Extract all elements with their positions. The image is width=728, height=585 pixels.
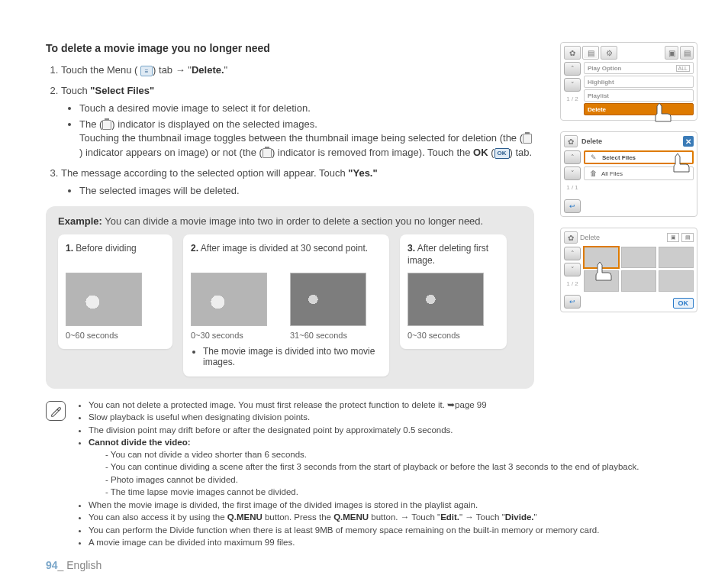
thumb-flower-2 — [191, 273, 267, 326]
menu-item-playlist[interactable]: Playlist — [584, 89, 694, 102]
thumb-cell-1[interactable] — [584, 247, 619, 268]
step-1-text-b: ) tab → " — [153, 64, 192, 76]
c2-num: 2. — [191, 243, 198, 254]
thumb-cell-4[interactable] — [584, 270, 619, 292]
page-footer: 94_ English — [46, 559, 101, 571]
step-1-text-a: Touch the Menu ( — [61, 64, 137, 76]
return-icon[interactable]: ↩ — [564, 295, 581, 309]
lcd2-sel-label: Select Files — [602, 154, 636, 161]
trash-icon — [102, 120, 111, 130]
step-2-text-a: Touch — [61, 85, 90, 96]
step-1: Touch the Menu ( ≡) tab → "Delete." — [61, 63, 534, 78]
lcd3-photo-icon[interactable]: ▤ — [681, 233, 694, 242]
lcd1-pages: 1 / 2 — [564, 95, 581, 102]
example-card-2: 2. After image is divided at 30 second p… — [183, 234, 389, 377]
example-card-3: 3. After deleting first image. 0~30 seco… — [400, 234, 507, 349]
lcd3-video-icon[interactable]: ▣ — [667, 233, 679, 242]
nav-up-icon[interactable]: ˄ — [564, 150, 581, 164]
t: ( — [488, 147, 494, 158]
t: The ( — [79, 118, 102, 130]
c2-cap: After image is divided at 30 second poin… — [201, 243, 368, 254]
ok-bold: OK — [473, 147, 488, 158]
note-1: You can not delete a protected image. Yo… — [89, 399, 639, 412]
c3-cap: After deleting first image. — [407, 243, 488, 266]
menu-item-highlight[interactable]: Highlight — [584, 76, 694, 88]
lcd-delete-panel: ✿ Delete ✕ ˄ ˅ 1 / 1 ↩ ✎ Select Files 🗑 … — [560, 131, 697, 217]
note-8: A movie image can be divided into maximu… — [89, 537, 639, 549]
lcd-thumb-panel: ✿ Delete ▣ ▤ ˄ ˅ 1 / 2 ↩ OK — [560, 228, 697, 312]
lcd-tab-tools-icon[interactable]: ✿ — [564, 46, 581, 60]
lcd2-tools-icon[interactable]: ✿ — [564, 135, 578, 147]
note-6: You can also access it by using the Q.ME… — [89, 512, 639, 524]
note-4d4: The time lapse movie images cannot be di… — [105, 486, 639, 499]
steps-list: Touch the Menu ( ≡) tab → "Delete." Touc… — [46, 63, 534, 199]
select-files-icon: ✎ — [589, 153, 598, 162]
note-4d1: You can not divide a video shorter than … — [105, 449, 639, 461]
lcd-tab-list-icon[interactable]: ▤ — [582, 46, 599, 60]
close-icon[interactable]: ✕ — [683, 136, 694, 147]
option-select-files[interactable]: ✎ Select Files — [584, 150, 694, 164]
lcd-tab-photo-icon[interactable]: ▤ — [680, 46, 694, 60]
t: ) indicator appears on image) or not (th… — [79, 147, 263, 158]
menu-item-delete[interactable]: Delete — [584, 103, 694, 115]
lcd3-title: Delete — [580, 234, 665, 241]
step-3: The message according to the selected op… — [61, 166, 534, 199]
nav-up-icon[interactable]: ˄ — [564, 247, 581, 260]
thumb-cell-5[interactable] — [621, 270, 656, 292]
footer-lang: English — [66, 559, 101, 571]
play-option-badge: ALL — [676, 65, 690, 72]
thumb-cell-2[interactable] — [621, 247, 656, 268]
lcd2-all-label: All Files — [601, 170, 623, 177]
thumb-cell-6[interactable] — [659, 270, 694, 292]
example-lead-text: You can divide a movie image into two in… — [102, 215, 483, 227]
note-3: The division point may drift before or a… — [89, 425, 639, 437]
t: ) tab. — [510, 147, 533, 158]
step-3-sublist: The selected images will be deleted. — [61, 184, 534, 199]
lcd-tab-gear-icon[interactable]: ⚙ — [601, 46, 617, 60]
step-2-b2: The () indicator is displayed on the sel… — [79, 118, 534, 161]
notes-section: You can not delete a protected image. Yo… — [46, 399, 705, 550]
ok-button[interactable]: OK — [673, 298, 694, 309]
thumb-cell-3[interactable] — [659, 247, 694, 268]
note-5: When the movie image is divided, the fir… — [89, 499, 639, 512]
thumb-cactus-1 — [290, 273, 366, 326]
t: ) indicator is removed from image). Touc… — [272, 147, 473, 158]
nav-down-icon[interactable]: ˅ — [564, 166, 581, 180]
step-3-text: The message according to the selected op… — [61, 167, 348, 179]
lcd3-pages: 1 / 2 — [564, 280, 581, 287]
lcd2-pages: 1 / 1 — [564, 184, 581, 191]
note-4d3: Photo images cannot be divided. — [105, 474, 639, 486]
return-icon[interactable]: ↩ — [564, 199, 581, 213]
lcd-nav: ˄ ˅ 1 / 2 — [564, 62, 581, 104]
step-2: Touch "Select Files" Touch a desired mov… — [61, 84, 534, 160]
lcd-menu-panel: ✿ ▤ ⚙ ▣ ▤ ˄ ˅ 1 / 2 Play OptionALL Highl… — [560, 42, 697, 121]
menu-item-play-option[interactable]: Play OptionALL — [584, 62, 694, 74]
example-card-1: 1. Before dividing 0~60 seconds — [58, 234, 172, 349]
nav-down-icon[interactable]: ˅ — [564, 263, 581, 276]
c1-num: 1. — [66, 243, 73, 254]
step-2-bold: "Select Files" — [90, 85, 154, 96]
c1-t1: 0~60 seconds — [66, 331, 165, 340]
lcd-tab-video-icon[interactable]: ▣ — [665, 46, 678, 60]
nav-up-icon[interactable]: ˄ — [564, 62, 581, 76]
note-4: Cannot divide the video: You can not div… — [89, 437, 639, 499]
example-lead-bold: Example: — [58, 215, 102, 227]
page-number: 94 — [46, 559, 58, 571]
example-box: Example: You can divide a movie image in… — [46, 206, 534, 389]
nav-down-icon[interactable]: ˅ — [564, 78, 581, 92]
step-3-bold: "Yes." — [348, 167, 377, 179]
c1-cap: Before dividing — [76, 243, 136, 254]
c3-t1: 0~30 seconds — [407, 331, 499, 340]
all-files-icon: 🗑 — [588, 169, 598, 178]
lcd3-tools-icon[interactable]: ✿ — [564, 231, 578, 244]
step-1-bold: Delete. — [192, 64, 224, 76]
ok-icon: OK — [494, 148, 510, 159]
step-2-b1: Touch a desired movie image to select it… — [79, 102, 534, 116]
c3-num: 3. — [407, 243, 415, 254]
note-icon — [46, 401, 66, 421]
step-2-sublist: Touch a desired movie image to select it… — [61, 102, 534, 160]
option-all-files[interactable]: 🗑 All Files — [584, 166, 694, 180]
lcd2-title: Delete — [580, 137, 681, 145]
t: ) indicator is displayed on the selected… — [111, 118, 317, 130]
c2-note: The movie image is divided into two movi… — [203, 346, 382, 367]
